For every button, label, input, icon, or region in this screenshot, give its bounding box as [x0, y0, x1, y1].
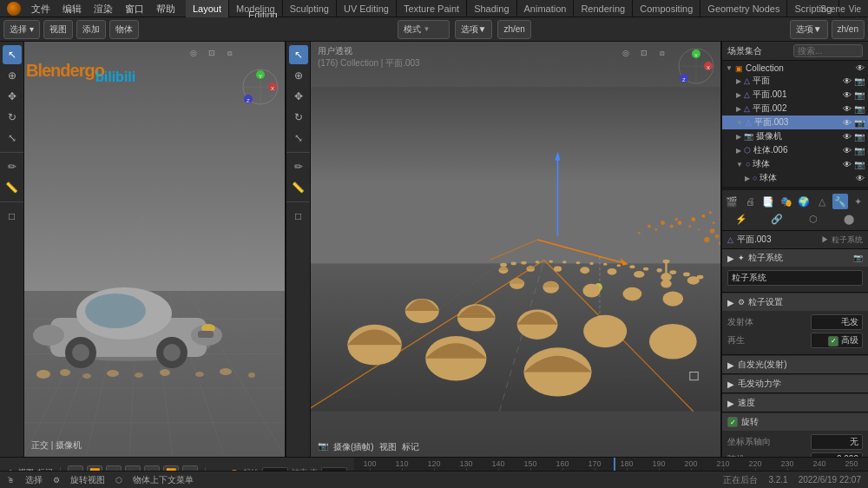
options-btn-right[interactable]: 选项▼ [790, 20, 828, 39]
rotate-tool-r[interactable]: ↻ [289, 108, 308, 127]
output-props-btn[interactable]: 🖨 [742, 194, 758, 209]
left-nav-gizmo[interactable]: X Y Z [241, 68, 279, 106]
cam-toggle-camera[interactable]: 📷 [854, 132, 865, 142]
constraints-props-btn[interactable]: 🔗 [769, 211, 785, 227]
tab-layout[interactable]: Layout [186, 0, 229, 17]
tab-geometry-nodes[interactable]: Geometry Nodes [700, 0, 787, 17]
tab-sculpting[interactable]: Sculpting [283, 0, 337, 17]
cam-toggle-plane001[interactable]: 📷 [854, 90, 865, 100]
tab-rendering[interactable]: Rendering [574, 0, 633, 17]
emit-value[interactable]: 毛发 [811, 314, 863, 330]
select-tool-r[interactable]: ↖ [289, 45, 308, 64]
options-btn-left[interactable]: 选项▼ [455, 20, 493, 39]
rotation-enable[interactable]: ✓ [727, 417, 738, 427]
material-props-btn[interactable]: ⬤ [841, 211, 857, 227]
add-cube-tool[interactable]: □ [3, 207, 22, 226]
vis-toggle-plane002[interactable]: 👁 [843, 104, 852, 114]
rotate-tool[interactable]: ↻ [3, 108, 22, 127]
cam-toggle-plane003[interactable]: 📷 [854, 118, 865, 128]
modifier-props-btn[interactable]: 🔧 [832, 194, 848, 209]
particle-settings-header[interactable]: ▶ ⚙ 粒子设置 [722, 293, 868, 311]
scene-props-btn[interactable]: 🎭 [779, 194, 794, 209]
rotation-header[interactable]: ✓ 旋转 [722, 413, 868, 431]
viewport-shading-btn-r[interactable]: ◎ [618, 45, 634, 61]
right-nav-gizmo[interactable]: X Y Z [677, 47, 715, 85]
select-tool[interactable]: ↖ [3, 45, 22, 64]
physics-props-btn[interactable]: ⚡ [733, 211, 749, 227]
advanced-checkbox[interactable]: ✓ [828, 336, 838, 346]
viewport-overlay-btn-r[interactable]: ⊡ [636, 45, 652, 61]
annotate-tool[interactable]: ✏ [3, 157, 22, 176]
tab-texture-paint[interactable]: Texture Paint [397, 0, 467, 17]
outliner-plane002[interactable]: ▶ △ 平面.002 👁 📷 [722, 102, 868, 115]
outliner-plane[interactable]: ▶ △ 平面 👁 📷 [722, 74, 868, 88]
render-props-btn[interactable]: 🎬 [724, 194, 740, 209]
particle-system-name[interactable]: 粒子系统 [727, 270, 863, 286]
menu-render[interactable]: 渲染 [89, 0, 118, 17]
tab-compositing[interactable]: Compositing [633, 0, 700, 17]
vis-toggle-collection[interactable]: 👁 [856, 63, 865, 73]
object-props-btn[interactable]: △ [814, 194, 830, 209]
vis-toggle-plane003[interactable]: 👁 [843, 118, 852, 128]
outliner-sphere-child[interactable]: ▶ ○ 球体 👁 [722, 171, 868, 185]
vis-toggle-camera[interactable]: 👁 [843, 132, 852, 142]
viewport-xray-btn[interactable]: ⧈ [222, 45, 238, 61]
hair-dynamics-header[interactable]: ▶ 毛发动力学 [722, 375, 868, 392]
vis-toggle-plane001[interactable]: 👁 [843, 90, 852, 100]
cam-toggle-sphere[interactable]: 📷 [854, 160, 865, 169]
particle-system-header[interactable]: ▶ ✦ 粒子系统 📷 [722, 249, 868, 267]
cursor-tool[interactable]: ⊕ [3, 66, 22, 85]
world-props-btn[interactable]: 🌍 [796, 194, 812, 209]
tab-animation[interactable]: Animation [517, 0, 575, 17]
measure-tool[interactable]: 📏 [3, 178, 22, 197]
move-tool[interactable]: ✥ [3, 87, 22, 106]
view-btn[interactable]: 视图 [43, 20, 73, 39]
outliner-camera[interactable]: ▶ 📷 摄像机 👁 📷 [722, 129, 868, 143]
regen-value[interactable]: ✓ 高级 [811, 333, 863, 348]
viewport-xray-btn-r[interactable]: ⧈ [654, 45, 670, 61]
scale-tool-r[interactable]: ⤡ [289, 129, 308, 148]
menu-help[interactable]: 帮助 [151, 0, 181, 17]
menu-edit[interactable]: 编辑 [57, 0, 87, 17]
outliner-plane001[interactable]: ▶ △ 平面.001 👁 📷 [722, 88, 868, 102]
select-mode-btn[interactable]: 选择 ▾ [3, 20, 40, 39]
speed-header[interactable]: ▶ 速度 [722, 394, 868, 412]
viewport-overlay-btn[interactable]: ⊡ [204, 45, 220, 61]
cam-toggle-plane[interactable]: 📷 [854, 76, 865, 86]
outliner-sphere[interactable]: ▼ ○ 球体 👁 📷 [722, 157, 868, 171]
vis-toggle-cylinder[interactable]: 👁 [843, 146, 852, 155]
right-viewport[interactable]: ↖ ⊕ ✥ ↻ ⤡ ✏ 📏 □ [286, 42, 720, 457]
self-emit-header[interactable]: ▶ 自发光(发射) [722, 356, 868, 373]
cam-toggle-plane002[interactable]: 📷 [854, 104, 865, 114]
lang-btn-right[interactable]: zh/en [832, 20, 865, 39]
tab-shading[interactable]: Shading [467, 0, 516, 17]
left-viewport[interactable]: ↖ ⊕ ✥ ↻ ⤡ ✏ 📏 □ [0, 42, 286, 457]
menu-file[interactable]: 文件 [26, 0, 56, 17]
viewport-shading-btn[interactable]: ◎ [186, 45, 201, 61]
vis-toggle-plane[interactable]: 👁 [843, 76, 852, 86]
outliner-search[interactable] [793, 44, 863, 57]
outliner-cylinder[interactable]: ▶ ⬡ 柱体.006 👁 📷 [722, 143, 868, 157]
cam-toggle-cylinder[interactable]: 📷 [854, 146, 865, 155]
measure-tool-r[interactable]: 📏 [289, 178, 308, 197]
particle-props-btn[interactable]: ✦ [851, 194, 866, 209]
menu-window[interactable]: 窗口 [120, 0, 149, 17]
add-btn[interactable]: 添加 [76, 20, 106, 39]
vis-toggle-sphere-child[interactable]: 👁 [856, 174, 865, 183]
scale-tool[interactable]: ⤡ [3, 129, 22, 148]
axis-value[interactable]: 无 [811, 434, 863, 450]
annotate-tool-r[interactable]: ✏ [289, 157, 308, 176]
cursor-tool-r[interactable]: ⊕ [289, 66, 308, 85]
add-cube-r[interactable]: □ [289, 207, 308, 226]
lang-btn-left[interactable]: zh/en [497, 20, 530, 39]
outliner-collection-root[interactable]: ▼ ▣ Collection 👁 [722, 63, 868, 74]
vis-toggle-sphere[interactable]: 👁 [843, 160, 852, 169]
mode-selector[interactable]: 模式 ▼ [398, 20, 450, 39]
move-tool-r[interactable]: ✥ [289, 87, 308, 106]
data-props-btn[interactable]: ⬡ [806, 211, 821, 227]
object-btn[interactable]: 物体 [109, 20, 139, 39]
outliner-plane003[interactable]: ▼ △ 平面.003 👁 📷 [722, 115, 868, 129]
tab-modeling[interactable]: Modeling [229, 0, 283, 17]
view-layer-btn[interactable]: 📑 [760, 194, 776, 209]
tab-uv-editing[interactable]: UV Editing [337, 0, 397, 17]
